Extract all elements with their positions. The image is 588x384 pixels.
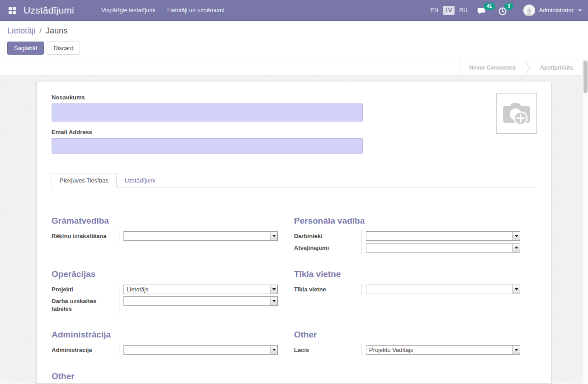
field-label: Darbinieki bbox=[294, 230, 362, 242]
discard-button[interactable]: Discard bbox=[47, 42, 80, 55]
menu-item-general-settings[interactable]: Vispārīgie iestatījumi bbox=[101, 7, 156, 14]
select-arrow-icon bbox=[270, 346, 277, 354]
language-switcher: EN LV RU bbox=[429, 6, 469, 15]
select-leaves[interactable] bbox=[366, 243, 520, 253]
section-heading: Other bbox=[294, 330, 520, 340]
section-operations: Operācijas Projekti Lietotājs Darba uzsk… bbox=[52, 269, 278, 314]
select-projects[interactable]: Lietotājs bbox=[123, 285, 278, 294]
activities-badge: 3 bbox=[504, 3, 513, 10]
control-panel: Lietotāji / Jauns Saglabāt Discard bbox=[0, 21, 588, 60]
field-row: Projekti Lietotājs bbox=[52, 284, 278, 295]
section-hr: Personāla vadība Darbinieki Atvaļinājumi bbox=[294, 216, 520, 254]
field-label: Rēķinu izrakstīšana bbox=[52, 230, 119, 242]
breadcrumb: Lietotāji / Jauns bbox=[7, 26, 581, 36]
select-timesheets[interactable] bbox=[123, 296, 278, 306]
tab-content: Grāmatvedība Rēķinu izrakstīšana Perso bbox=[52, 188, 537, 384]
select-administration[interactable] bbox=[123, 345, 278, 355]
section-heading: Tīkla vietne bbox=[294, 269, 520, 279]
email-input[interactable] bbox=[52, 138, 363, 154]
section-heading: Operācijas bbox=[52, 269, 278, 279]
user-menu[interactable]: Administrator bbox=[523, 5, 582, 16]
breadcrumb-separator: / bbox=[39, 26, 42, 35]
select-arrow-icon bbox=[512, 346, 520, 354]
field-label: Tīkla vietne bbox=[294, 284, 362, 295]
field-row: Tīkla vietne bbox=[294, 284, 520, 295]
section-heading: Personāla vadība bbox=[294, 216, 520, 226]
section-empty bbox=[294, 371, 520, 384]
field-row: Atvaļinājumi bbox=[294, 242, 520, 254]
field-row: Darba uzskaites tabeles bbox=[52, 295, 278, 314]
form-view-background: Nosaukums Email Address Piekļuves Tiesīb… bbox=[0, 75, 588, 384]
field-row: Lācis Projektu Vadītājs bbox=[294, 344, 520, 356]
status-chevron-icon bbox=[525, 60, 531, 75]
field-row: Rēķinu izrakstīšana bbox=[52, 230, 278, 242]
save-button[interactable]: Saglabāt bbox=[7, 42, 44, 55]
top-navbar: Uzstādījumi Vispārīgie iestatījumi Lieto… bbox=[0, 0, 588, 21]
email-label: Email Address bbox=[52, 129, 537, 136]
section-heading: Other bbox=[52, 371, 278, 381]
user-name: Administrator bbox=[539, 7, 574, 14]
lang-lv[interactable]: LV bbox=[443, 6, 455, 15]
select-arrow-icon bbox=[512, 232, 520, 240]
top-menu: Vispārīgie iestatījumi Lietotāji un uzņē… bbox=[101, 7, 224, 14]
notebook-tabs: Piekļuves Tiesības Uzstādījumi bbox=[52, 173, 536, 188]
select-arrow-icon bbox=[512, 285, 520, 294]
field-row: Administrācija bbox=[52, 344, 278, 356]
menu-item-users-companies[interactable]: Lietotāji un uzņēmumi bbox=[167, 7, 224, 14]
field-label: Lācis bbox=[294, 344, 362, 356]
tab-access-rights[interactable]: Piekļuves Tiesības bbox=[52, 173, 117, 188]
section-accounting: Grāmatvedība Rēķinu izrakstīšana bbox=[52, 216, 278, 254]
form-sheet: Nosaukums Email Address Piekļuves Tiesīb… bbox=[36, 82, 552, 384]
tab-settings[interactable]: Uzstādījumi bbox=[117, 173, 164, 188]
select-arrow-icon bbox=[512, 244, 520, 252]
field-label: Projekti bbox=[52, 284, 119, 295]
field-row: Darbinieki bbox=[294, 230, 520, 242]
select-lacis[interactable]: Projektu Vadītājs bbox=[366, 345, 520, 355]
select-arrow-icon bbox=[270, 285, 277, 294]
select-website[interactable] bbox=[366, 285, 520, 294]
section-heading: Administrācija bbox=[52, 330, 278, 340]
select-arrow-icon bbox=[270, 232, 277, 240]
section-administration: Administrācija Administrācija bbox=[52, 330, 278, 356]
select-arrow-icon bbox=[270, 297, 277, 305]
avatar bbox=[523, 5, 535, 16]
breadcrumb-link-users[interactable]: Lietotāji bbox=[7, 26, 35, 35]
activities-button[interactable]: 3 bbox=[498, 5, 512, 16]
app-title: Uzstādījumi bbox=[24, 5, 74, 16]
camera-plus-icon bbox=[501, 99, 532, 127]
messages-badge: 41 bbox=[484, 3, 495, 10]
section-website: Tīkla vietne Tīkla vietne bbox=[294, 269, 520, 314]
vertical-scrollbar bbox=[582, 60, 588, 384]
select-employees[interactable] bbox=[366, 231, 520, 241]
scrollbar-thumb[interactable] bbox=[583, 61, 588, 93]
select-invoicing[interactable] bbox=[123, 231, 278, 241]
messages-button[interactable]: 41 bbox=[477, 5, 491, 16]
breadcrumb-current: Jauns bbox=[46, 26, 67, 35]
field-label: Administrācija bbox=[52, 344, 119, 356]
lang-ru[interactable]: RU bbox=[457, 6, 469, 15]
status-step-apstiprinats[interactable]: Apstiprināts bbox=[531, 65, 582, 71]
section-heading: Grāmatvedība bbox=[52, 216, 278, 226]
statusbar: Never Connected Apstiprināts bbox=[0, 60, 588, 75]
lang-en[interactable]: EN bbox=[429, 6, 440, 15]
section-other-left: Other bbox=[52, 371, 278, 384]
caret-down-icon bbox=[578, 9, 582, 11]
apps-grid-icon[interactable] bbox=[7, 5, 17, 15]
status-step-never-connected[interactable]: Never Connected bbox=[460, 65, 525, 71]
name-input[interactable] bbox=[52, 103, 363, 122]
section-other-right: Other Lācis Projektu Vadītājs bbox=[294, 330, 520, 356]
field-label: Darba uzskaites tabeles bbox=[52, 295, 119, 314]
name-label: Nosaukums bbox=[52, 94, 537, 101]
image-upload-placeholder[interactable] bbox=[496, 93, 537, 134]
field-label: Atvaļinājumi bbox=[294, 242, 362, 254]
